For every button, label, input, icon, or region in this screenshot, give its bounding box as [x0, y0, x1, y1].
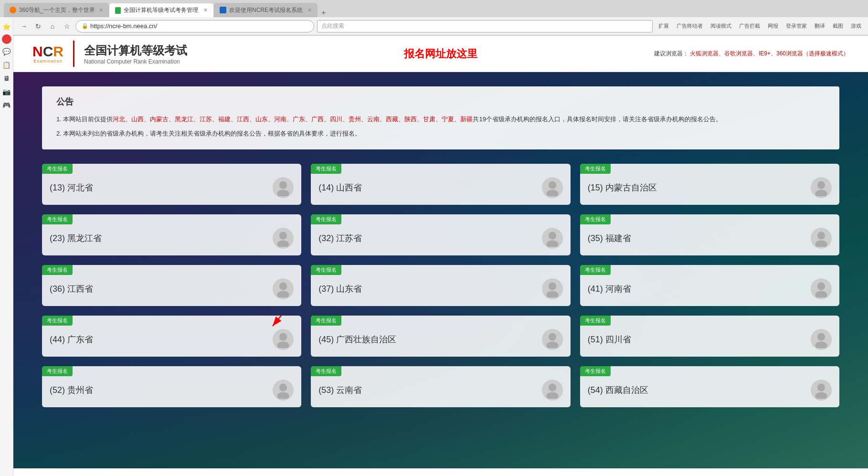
province-card-45[interactable]: 考生报名(45) 广西壮族自治区 — [311, 316, 570, 357]
tab2-label: 全国计算机等级考试考务管理系统 — [124, 6, 199, 14]
province-card-23[interactable]: 考生报名(23) 黑龙江省 — [42, 214, 301, 255]
province-name-36: (36) 江西省 — [50, 283, 93, 295]
province-card-44[interactable]: 考生报名(44) 广东省点它 — [42, 316, 301, 357]
search-input[interactable]: 点此搜索 — [317, 20, 653, 32]
content-area: 公告 1. 本网站目前仅提供河北、山西、内蒙古、黑龙江、江苏、福建、江西、山东、… — [13, 72, 868, 468]
province-badge-14: 考生报名 — [311, 164, 341, 174]
tab2-favicon — [115, 7, 121, 14]
province-card-41[interactable]: 考生报名(41) 河南省 — [580, 265, 839, 306]
tab1-close[interactable]: ✕ — [99, 7, 103, 13]
sidebar-icon-7[interactable]: 🎮 — [1, 99, 12, 111]
sidebar-icon-6[interactable]: 📷 — [1, 86, 12, 97]
svg-point-12 — [817, 232, 825, 240]
province-card-53[interactable]: 考生报名(53) 云南省 — [311, 366, 570, 407]
svg-point-24 — [549, 333, 556, 341]
svg-point-29 — [277, 392, 289, 399]
tab-1[interactable]: 360导航_一个主页，整个世界 ✕ — [4, 3, 109, 17]
forward-button[interactable]: → — [18, 21, 30, 32]
svg-point-10 — [549, 232, 556, 240]
tab2-close[interactable]: ✕ — [203, 7, 208, 13]
province-card-54[interactable]: 考生报名(54) 西藏自治区 — [580, 366, 839, 407]
province-name-51: (51) 四川省 — [588, 334, 631, 345]
province-card-35[interactable]: 考生报名(35) 福建省 — [580, 214, 839, 255]
province-name-44: (44) 广东省 — [50, 334, 93, 345]
province-card-51[interactable]: 考生报名(51) 四川省 — [580, 316, 839, 357]
province-avatar-14 — [542, 177, 563, 198]
browser-chrome: 360导航_一个主页，整个世界 ✕ 全国计算机等级考试考务管理系统 ✕ 欢迎使用… — [0, 0, 868, 36]
guangdong-arrow — [268, 316, 296, 330]
province-card-15[interactable]: 考生报名(15) 内蒙古自治区 — [580, 164, 839, 205]
home-button[interactable]: ⌂ — [47, 21, 58, 32]
bookmark-button[interactable]: ☆ — [61, 21, 73, 32]
tool-game[interactable]: 游戏 — [848, 21, 864, 31]
province-name-37: (37) 山东省 — [318, 283, 362, 295]
sidebar-icon-2[interactable] — [2, 34, 11, 44]
tool-read[interactable]: 阅读模式 — [708, 21, 734, 31]
logo-c: C — [43, 43, 53, 59]
tab-3[interactable]: 欢迎使用NCRE考试报名系统 ✕ — [214, 3, 318, 17]
logo-r: R — [53, 43, 64, 59]
svg-point-27 — [815, 342, 827, 349]
sidebar-icon-1[interactable]: ⭐ — [1, 21, 12, 32]
tool-adblock[interactable]: 广告终结者 — [674, 21, 706, 31]
tool-extend[interactable]: 扩展 — [656, 21, 672, 31]
svg-point-4 — [549, 181, 556, 189]
tool-network[interactable]: 网报 — [765, 21, 781, 31]
province-card-36[interactable]: 考生报名(36) 江西省 — [42, 265, 301, 306]
browser-sidebar: ⭐ 💬 📋 🖥 📷 🎮 — [0, 17, 13, 476]
province-card-32[interactable]: 考生报名(32) 江苏省 — [311, 214, 570, 255]
tool-adblock2[interactable]: 广告拦截 — [736, 21, 763, 31]
svg-point-20 — [279, 333, 287, 341]
logo-zh: 全国计算机等级考试 — [84, 43, 187, 58]
ncre-logo: NCR Examination — [32, 44, 64, 63]
tab3-close[interactable]: ✕ — [307, 7, 312, 13]
svg-point-9 — [277, 241, 289, 247]
tab-2[interactable]: 全国计算机等级考试考务管理系统 ✕ — [109, 3, 214, 17]
content-inner: 公告 1. 本网站目前仅提供河北、山西、内蒙古、黑龙江、江苏、福建、江西、山东、… — [13, 72, 868, 422]
province-avatar-35 — [811, 228, 832, 249]
province-avatar-15 — [811, 177, 832, 198]
announcement-line2: 2. 本网站未列出的省级承办机构，请考生关注相关省级承办机构的报名公告，根据各省… — [56, 127, 825, 140]
svg-point-30 — [549, 384, 556, 391]
province-badge-44: 考生报名 — [42, 316, 73, 326]
province-avatar-23 — [273, 228, 294, 249]
svg-point-15 — [277, 291, 289, 298]
svg-point-13 — [815, 241, 827, 247]
province-badge-13: 考生报名 — [42, 164, 73, 174]
browser-list: 火狐浏览器、谷歌浏览器、IE9+、360浏览器（选择极速模式） — [690, 50, 849, 57]
province-name-52: (52) 贵州省 — [50, 384, 93, 396]
province-card-13[interactable]: 考生报名(13) 河北省 — [42, 164, 301, 205]
svg-point-7 — [815, 190, 827, 197]
svg-point-28 — [279, 384, 287, 391]
province-body-13: (13) 河北省 — [42, 164, 301, 205]
province-body-14: (14) 山西省 — [311, 164, 570, 205]
tool-screenshot[interactable]: 截图 — [830, 21, 846, 31]
announcement-line1: 1. 本网站目前仅提供河北、山西、内蒙古、黑龙江、江苏、福建、江西、山东、河南、… — [56, 113, 825, 126]
province-grid: 考生报名(13) 河北省考生报名(14) 山西省考生报名(15) 内蒙古自治区考… — [42, 164, 839, 407]
tab1-label: 360导航_一个主页，整个世界 — [19, 6, 94, 14]
tool-translate[interactable]: 翻译 — [812, 21, 828, 31]
search-placeholder: 点此搜索 — [321, 22, 344, 30]
province-avatar-54 — [811, 380, 832, 401]
svg-point-8 — [279, 232, 287, 240]
province-badge-41: 考生报名 — [580, 265, 611, 275]
logo-divider — [73, 41, 74, 67]
url-text: https://ncre-bm.neea.cn/ — [90, 22, 157, 30]
refresh-button[interactable]: ↻ — [32, 21, 44, 32]
svg-point-3 — [277, 190, 289, 197]
province-card-37[interactable]: 考生报名(37) 山东省 — [311, 265, 570, 306]
sidebar-icon-3[interactable]: 💬 — [1, 46, 12, 57]
ssl-lock-icon: 🔒 — [82, 23, 88, 29]
tool-login[interactable]: 登录管家 — [783, 21, 810, 31]
svg-point-33 — [815, 392, 827, 399]
province-badge-53: 考生报名 — [311, 366, 341, 376]
sidebar-icon-5[interactable]: 🖥 — [1, 73, 12, 84]
province-card-14[interactable]: 考生报名(14) 山西省 — [311, 164, 570, 205]
url-input[interactable]: 🔒 https://ncre-bm.neea.cn/ — [75, 20, 314, 32]
tab1-favicon — [10, 7, 16, 13]
sidebar-icon-4[interactable]: 📋 — [1, 59, 12, 71]
svg-point-14 — [279, 283, 287, 290]
new-tab-button[interactable]: + — [318, 9, 329, 17]
province-body-37: (37) 山东省 — [311, 265, 570, 306]
province-card-52[interactable]: 考生报名(52) 贵州省 — [42, 366, 301, 407]
